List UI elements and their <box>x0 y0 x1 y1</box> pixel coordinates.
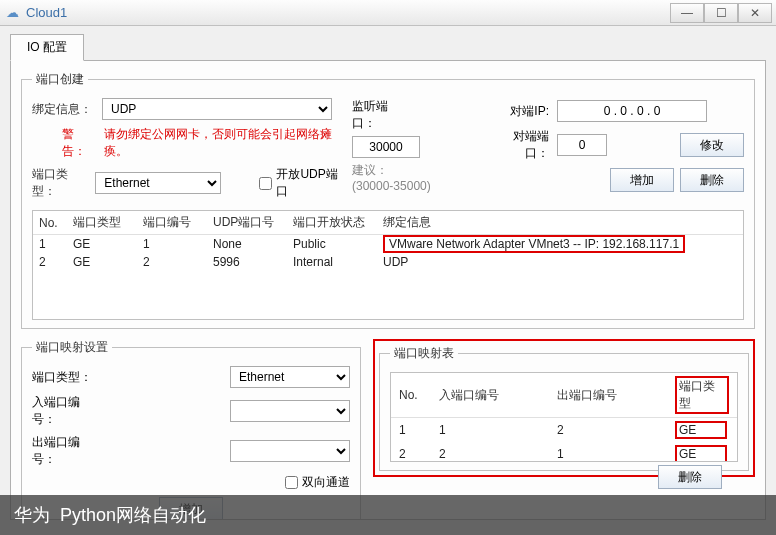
overlay-brand: 华为 <box>14 503 50 527</box>
table-row[interactable]: 2 GE 2 5996 Internal UDP <box>33 253 743 271</box>
listen-port-input[interactable] <box>352 136 420 158</box>
open-udp-label: 开放UDP端口 <box>276 166 340 200</box>
warning-text: 请勿绑定公网网卡，否则可能会引起网络瘫痪。 <box>104 126 340 160</box>
port-map-table[interactable]: No. 入端口编号 出端口编号 端口类型 1 1 2 <box>390 372 738 462</box>
port-create-group: 端口创建 绑定信息： UDP 警告： 请勿绑定公网网卡，否则可能会引起网络瘫痪。 <box>21 71 755 329</box>
peer-ip-input[interactable] <box>557 100 707 122</box>
peer-port-input[interactable] <box>557 134 607 156</box>
port-create-legend: 端口创建 <box>32 71 88 88</box>
port-list-table[interactable]: No. 端口类型 端口编号 UDP端口号 端口开放状态 绑定信息 1 GE 1 <box>32 210 744 320</box>
app-icon: ☁ <box>4 5 20 21</box>
bind-info-label: 绑定信息： <box>32 101 94 118</box>
bidir-label: 双向通道 <box>302 474 350 491</box>
col-state: 端口开放状态 <box>287 211 377 235</box>
col-udp: UDP端口号 <box>207 211 287 235</box>
table-row[interactable]: 1 GE 1 None Public VMware Network Adapte… <box>33 235 743 254</box>
footer-overlay: 华为 Python网络自动化 <box>0 495 776 535</box>
close-button[interactable]: ✕ <box>738 3 772 23</box>
mcol-in: 入端口编号 <box>431 373 549 418</box>
open-udp-checkbox[interactable] <box>259 177 272 190</box>
peer-port-label: 对端端口： <box>494 128 549 162</box>
mcol-out: 出端口编号 <box>549 373 667 418</box>
col-pnum: 端口编号 <box>137 211 207 235</box>
titlebar: ☁ Cloud1 — ☐ ✕ <box>0 0 776 26</box>
mcol-no: No. <box>391 373 431 418</box>
modify-button[interactable]: 修改 <box>680 133 744 157</box>
out-port-select[interactable] <box>230 440 350 462</box>
in-port-label: 入端口编号： <box>32 394 102 428</box>
tab-panel: 端口创建 绑定信息： UDP 警告： 请勿绑定公网网卡，否则可能会引起网络瘫痪。 <box>10 60 766 520</box>
maximize-button[interactable]: ☐ <box>704 3 738 23</box>
tab-bar: IO 配置 <box>10 34 766 61</box>
port-type-select[interactable]: Ethernet <box>95 172 221 194</box>
table-row[interactable]: 2 2 1 GE <box>391 442 737 462</box>
table-row[interactable]: 1 1 2 GE <box>391 418 737 443</box>
in-port-select[interactable] <box>230 400 350 422</box>
add-port-button[interactable]: 增加 <box>610 168 674 192</box>
port-map-table-group: 端口映射表 No. 入端口编号 出端口编号 端口类型 <box>379 345 749 471</box>
minimize-button[interactable]: — <box>670 3 704 23</box>
overlay-text: Python网络自动化 <box>60 503 206 527</box>
window-buttons: — ☐ ✕ <box>670 3 772 23</box>
window-title: Cloud1 <box>26 5 670 20</box>
listen-port-label: 监听端口： <box>352 98 407 132</box>
bidir-checkbox[interactable] <box>285 476 298 489</box>
port-map-table-legend: 端口映射表 <box>390 345 458 362</box>
warning-prefix: 警告： <box>62 126 96 160</box>
col-bind: 绑定信息 <box>377 211 743 235</box>
port-map-settings-group: 端口映射设置 端口类型： Ethernet 入端口编号： 出端口编号： <box>21 339 361 520</box>
suggestion-label: 建议： <box>352 162 388 179</box>
del-map-button[interactable]: 删除 <box>658 465 722 489</box>
tab-io-config[interactable]: IO 配置 <box>10 34 84 61</box>
col-no: No. <box>33 211 67 235</box>
port-map-table-highlight: 端口映射表 No. 入端口编号 出端口编号 端口类型 <box>373 339 755 477</box>
out-port-label: 出端口编号： <box>32 434 102 468</box>
peer-ip-label: 对端IP: <box>494 103 549 120</box>
col-ptype: 端口类型 <box>67 211 137 235</box>
bind-info-select[interactable]: UDP <box>102 98 332 120</box>
port-type-label: 端口类型： <box>32 166 87 200</box>
highlighted-bind-info: VMware Network Adapter VMnet3 -- IP: 192… <box>383 235 685 253</box>
mcol-ptype-highlight: 端口类型 <box>675 376 729 414</box>
suggestion-text: (30000-35000) <box>352 179 431 193</box>
del-port-button[interactable]: 删除 <box>680 168 744 192</box>
port-map-settings-legend: 端口映射设置 <box>32 339 112 356</box>
map-port-type-select[interactable]: Ethernet <box>230 366 350 388</box>
map-port-type-label: 端口类型： <box>32 369 102 386</box>
